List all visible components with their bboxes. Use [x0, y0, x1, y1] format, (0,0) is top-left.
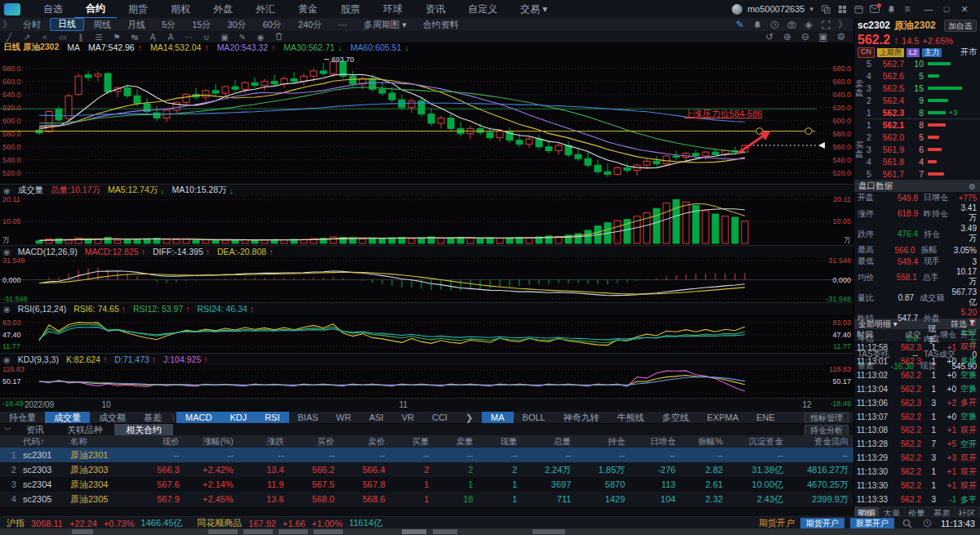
indicator-tab-成交额[interactable]: 成交额	[90, 412, 135, 424]
timeframe-240分[interactable]: 240分	[291, 19, 329, 30]
zoom-out-icon[interactable]: ⊖	[798, 31, 813, 42]
kdj-chart[interactable]: 118.8350.17118.8350.17	[0, 365, 853, 398]
menu-item-期权[interactable]: 期权	[159, 0, 202, 18]
segment-icon[interactable]: ↗	[18, 33, 36, 42]
column-header[interactable]: 总量	[522, 435, 576, 448]
menu-item-交易[interactable]: 交易 ▾	[509, 0, 559, 18]
timeframe-5分[interactable]: 5分	[154, 19, 183, 30]
skin-icon[interactable]	[818, 3, 833, 15]
column-header[interactable]: 名称	[69, 435, 134, 448]
add-watchlist-button[interactable]: 加自选	[944, 20, 978, 32]
wave-line-icon[interactable]: ≈	[36, 33, 54, 42]
fullscreen-icon[interactable]	[818, 19, 833, 30]
menu-item-自定义[interactable]: 自定义	[457, 0, 509, 18]
taskbar-item[interactable]	[278, 529, 308, 534]
index1-name[interactable]: 沪指	[7, 517, 24, 529]
history-clock-icon[interactable]	[767, 19, 782, 30]
taskbar-item[interactable]	[402, 529, 426, 534]
indicator-tab-BIAS[interactable]: BIAS	[289, 412, 327, 424]
ma-legend-label[interactable]: MA	[67, 42, 80, 52]
column-header[interactable]: 买量	[390, 435, 434, 448]
taskbar-item[interactable]	[243, 529, 273, 534]
minimize-button[interactable]: —	[920, 4, 938, 14]
index2-name[interactable]: 同花顺商品	[197, 517, 242, 529]
filter-button[interactable]: 筛选	[951, 319, 976, 330]
collapse-left-icon[interactable]: 》	[0, 19, 15, 30]
menu-item-股票[interactable]: 股票	[329, 0, 372, 18]
position-analysis-button[interactable]: 持仓分析	[804, 425, 849, 436]
taskbar-item[interactable]	[72, 529, 93, 534]
column-header[interactable]: 沉淀资金	[728, 435, 788, 448]
zoom-in-icon[interactable]: ⊕	[780, 31, 795, 42]
volume-eye-icon[interactable]: ◉	[3, 186, 11, 195]
timeframe-日线[interactable]: 日线	[50, 18, 84, 31]
edit-drawing-icon[interactable]: ✎	[234, 33, 252, 42]
column-header[interactable]	[0, 435, 21, 448]
table-row[interactable]: 4sc2305原油2305567.9+2.45%13.6568.0568.611…	[0, 492, 853, 506]
indicator-tab-CCI[interactable]: CCI	[423, 412, 457, 424]
indicator-tab-基差[interactable]: 基差	[135, 412, 171, 424]
undo-icon[interactable]: ↺	[762, 31, 777, 42]
indicator-tab-MA[interactable]: MA	[482, 412, 514, 424]
indicator-tab-EXPMA[interactable]: EXPMA	[698, 412, 748, 424]
username[interactable]: mo500072635	[747, 4, 804, 14]
bid-level-1[interactable]: 1562.18	[865, 119, 980, 132]
futures-account-link[interactable]: 期货开户	[759, 517, 795, 529]
expand-panel-icon[interactable]: 》	[835, 19, 850, 30]
indicator-tab-RSI[interactable]: RSI	[256, 412, 288, 424]
ask-level-1[interactable]: 1562.38+3	[865, 106, 980, 118]
indicator-tab-神奇九转[interactable]: 神奇九转	[555, 412, 608, 424]
menu-item-资讯[interactable]: 资讯	[414, 0, 457, 18]
show-drawings-icon[interactable]: ◉	[252, 33, 270, 42]
search-icon[interactable]	[900, 518, 915, 529]
parallel-lines-icon[interactable]: ∥	[72, 33, 90, 42]
subtab-资讯[interactable]: 资讯	[15, 424, 56, 436]
taskbar-item[interactable]	[314, 529, 343, 534]
indicator-tab-❯[interactable]: ❯	[457, 412, 482, 424]
menu-list-icon[interactable]: ≡	[900, 3, 915, 15]
bid-level-5[interactable]: 5561.77	[865, 167, 980, 180]
rsi-chart[interactable]: 83.0347.4011.7783.0347.4011.77	[0, 314, 853, 353]
futures-open-account-button[interactable]: 期货开户	[800, 518, 844, 528]
indicator-tab-MACD[interactable]: MACD	[176, 412, 220, 424]
indicator-tab-持仓量[interactable]: 持仓量	[0, 412, 45, 424]
copy-drawing-icon[interactable]: ▣	[216, 33, 234, 42]
timeframe-多周期图 ▾[interactable]: 多周期图 ▾	[356, 19, 414, 30]
timeframe-周线[interactable]: 周线	[86, 19, 118, 30]
menu-item-环球[interactable]: 环球	[372, 0, 414, 18]
delete-drawing-icon[interactable]	[270, 32, 287, 42]
timeframe-合约资料[interactable]: 合约资料	[416, 19, 466, 30]
kdj-eye-icon[interactable]: ◉	[3, 355, 11, 364]
magnet-icon[interactable]: ∪	[198, 33, 216, 42]
trendline-handle[interactable]	[805, 128, 812, 135]
indicator-tab-VR[interactable]: VR	[393, 412, 423, 424]
ask-level-3[interactable]: 3562.515	[865, 82, 980, 95]
ask-level-2[interactable]: 2562.49	[865, 94, 980, 106]
mail-icon[interactable]	[867, 3, 882, 15]
flag-icon[interactable]: ⚑	[108, 33, 126, 42]
user-avatar[interactable]	[732, 4, 742, 15]
more-tools-icon[interactable]: ⋯	[180, 33, 198, 42]
tag-icon[interactable]: ◈	[801, 19, 816, 30]
indicator-tab-BOLL[interactable]: BOLL	[514, 412, 555, 424]
indicator-tab-ASI[interactable]: ASI	[360, 412, 393, 424]
table-row[interactable]: 3sc2304原油2304567.6+2.14%11.9567.5567.811…	[0, 477, 853, 492]
pankou-settings-gear-icon[interactable]: ⚙	[969, 182, 976, 191]
table-row[interactable]: 2sc2303原油2303566.3+2.42%13.4566.2566.422…	[0, 462, 853, 477]
alert-bell-icon[interactable]	[750, 19, 764, 30]
column-header[interactable]: 现价	[134, 435, 185, 448]
column-header[interactable]: 卖价	[340, 435, 390, 448]
indicator-tab-成交量[interactable]: 成交量	[45, 412, 90, 424]
column-header[interactable]: 日增仓	[630, 435, 680, 448]
macd-eye-icon[interactable]: ◉	[3, 247, 11, 256]
rect-draw-icon[interactable]: ▭	[54, 33, 72, 42]
all-detail-dropdown[interactable]: 全部明细 ▾	[858, 319, 898, 330]
price-range-icon[interactable]: ↹	[126, 33, 144, 42]
column-header[interactable]: 振幅%	[680, 435, 728, 448]
column-header[interactable]: 现量	[478, 435, 522, 448]
main-candlestick-chart[interactable]: 693.70上涨压力位584-586680.0680.0660.0660.064…	[0, 52, 853, 184]
menu-item-期货[interactable]: 期货	[117, 0, 159, 18]
volume-chart[interactable]: 20.1110.0520.1110.05万万	[0, 196, 853, 245]
column-header[interactable]: 涨跌	[238, 435, 289, 448]
ask-level-4[interactable]: 4562.65	[865, 70, 980, 82]
